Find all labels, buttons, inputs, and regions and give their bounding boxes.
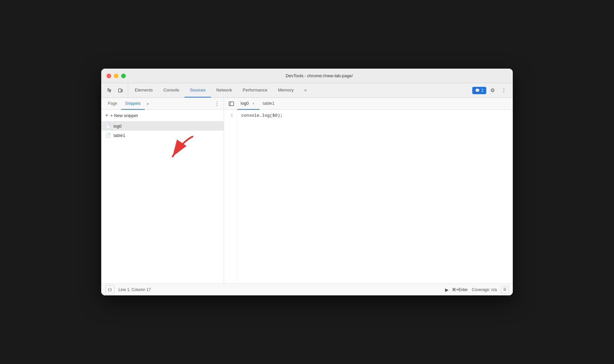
run-snippet-button[interactable]: ▶ [444, 287, 450, 293]
settings-button[interactable]: ⚙ [488, 86, 498, 95]
minimize-button[interactable] [114, 74, 118, 78]
snippet-item-table1[interactable]: 📄 table1 [101, 131, 224, 140]
left-panel: Page Snippets » ⋮ + + New snippet [101, 98, 224, 283]
issues-badge-button[interactable]: 💬 2 [472, 87, 486, 94]
toolbar-icon-group [103, 83, 128, 97]
editor-tab-table1[interactable]: table1 [260, 98, 278, 110]
close-tab-log0[interactable]: × [251, 101, 256, 106]
cursor-position: Line 1, Column 17 [118, 287, 151, 292]
tab-memory[interactable]: Memory [273, 83, 299, 97]
titlebar: DevTools - chrome://new-tab-page/ [101, 69, 513, 83]
window-title: DevTools - chrome://new-tab-page/ [131, 73, 507, 78]
snippet-item-log0[interactable]: 📄 log0 [101, 121, 224, 131]
main-content: Page Snippets » ⋮ + + New snippet [101, 98, 513, 283]
code-editor[interactable]: 1 console.log($0); [224, 110, 513, 283]
devtools-window: DevTools - chrome://new-tab-page/ [101, 69, 513, 295]
format-code-button[interactable]: {} [105, 285, 115, 294]
more-menu-button[interactable]: ⋮ [499, 86, 509, 95]
svg-rect-0 [118, 89, 121, 92]
left-panel-more-button[interactable]: ⋮ [213, 100, 221, 108]
editor-sidebar-toggle[interactable] [227, 99, 236, 108]
maximize-button[interactable] [121, 74, 126, 78]
code-content[interactable]: console.log($0); [237, 110, 513, 283]
line-numbers: 1 [224, 110, 237, 283]
tab-network[interactable]: Network [211, 83, 238, 97]
snippet-list: 📄 log0 📄 table1 [101, 121, 224, 283]
traffic-lights [107, 74, 126, 78]
devtools-toolbar: Elements Console Sources Network Perform… [101, 83, 513, 98]
tab-sources[interactable]: Sources [185, 83, 211, 97]
coverage-tray-button[interactable]: ☰ [501, 286, 509, 294]
snippet-file-icon: 📄 [105, 123, 111, 129]
svg-rect-1 [121, 90, 122, 92]
device-toggle-icon[interactable] [116, 86, 125, 95]
plus-icon: + [105, 112, 108, 118]
new-snippet-button[interactable]: + + New snippet [101, 110, 224, 121]
svg-rect-2 [229, 102, 234, 106]
tab-snippets[interactable]: Snippets [121, 98, 145, 110]
tab-performance[interactable]: Performance [237, 83, 272, 97]
tab-elements[interactable]: Elements [129, 83, 158, 97]
tab-more-chevron[interactable]: » [299, 83, 312, 97]
run-shortcut-label: ⌘+Enter [452, 287, 468, 292]
tab-page[interactable]: Page [104, 98, 121, 110]
toolbar-right-actions: 💬 2 ⚙ ⋮ [470, 83, 511, 97]
left-tab-bar: Page Snippets » ⋮ [101, 98, 224, 110]
inspect-element-icon[interactable] [105, 86, 115, 95]
code-line-1: console.log($0); [241, 112, 509, 119]
snippet-file-icon-2: 📄 [105, 133, 111, 138]
right-panel: log0 × table1 1 console.log($0); [224, 98, 513, 283]
tab-console[interactable]: Console [158, 83, 185, 97]
issues-icon: 💬 [475, 88, 480, 93]
main-tab-list: Elements Console Sources Network Perform… [129, 83, 470, 97]
line-number-1: 1 [224, 112, 233, 119]
left-tab-more-chevron[interactable]: » [145, 101, 151, 106]
coverage-label: Coverage: n/a [472, 287, 497, 292]
editor-tab-log0[interactable]: log0 × [237, 98, 260, 110]
left-tab-actions: ⋮ [213, 100, 221, 108]
close-button[interactable] [107, 74, 111, 78]
editor-tab-bar: log0 × table1 [224, 98, 513, 110]
run-snippet-group: ▶ ⌘+Enter [444, 287, 468, 293]
statusbar: {} Line 1, Column 17 ▶ ⌘+Enter Coverage:… [101, 283, 513, 295]
